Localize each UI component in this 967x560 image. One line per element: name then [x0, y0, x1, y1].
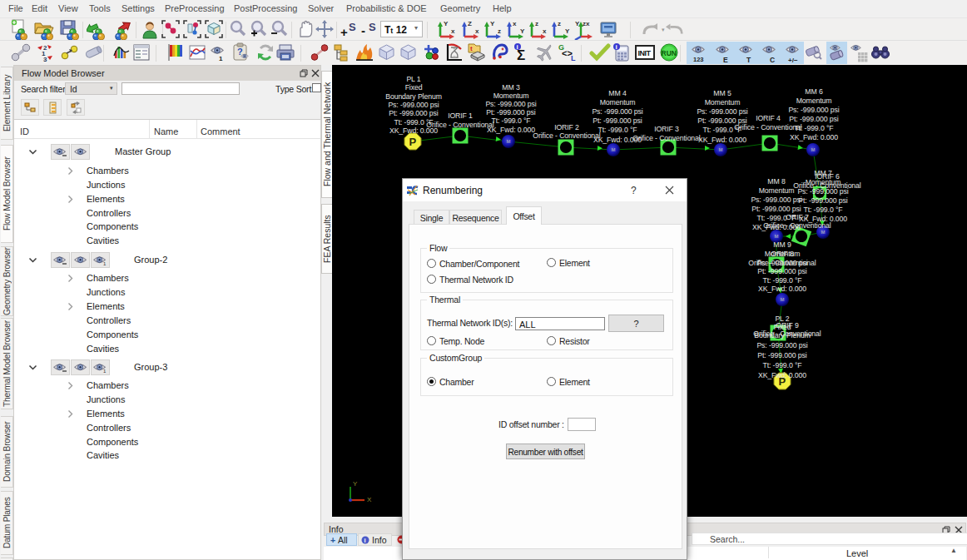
svg-text:Boundary Plenum: Boundary Plenum: [385, 92, 442, 101]
svg-text:Momentum: Momentum: [493, 92, 529, 100]
svg-text:x: x: [513, 20, 517, 27]
svg-text:INIT: INIT: [638, 49, 652, 57]
svg-text:1: 1: [103, 261, 107, 266]
svg-text:x: x: [451, 27, 455, 35]
svg-text:XK_Fwd: 0.000: XK_Fwd: 0.000: [758, 285, 806, 293]
svg-text:1: 1: [219, 55, 223, 62]
svg-text:1: 1: [103, 369, 107, 374]
svg-text:Pt: -999.000 psi: Pt: -999.000 psi: [389, 109, 438, 117]
svg-text:Ps: -999.000 psi: Ps: -999.000 psi: [751, 196, 801, 204]
svg-text:T: T: [746, 56, 751, 63]
svg-text:Pt: -999.000 psi: Pt: -999.000 psi: [757, 267, 806, 275]
svg-text:PL 1: PL 1: [406, 75, 420, 83]
svg-text:XK_Fwd: 0.000: XK_Fwd: 0.000: [698, 136, 746, 144]
svg-text:z: z: [535, 20, 538, 27]
svg-text:i: i: [616, 43, 617, 51]
svg-text:Z: Z: [468, 20, 472, 27]
svg-text:Ps: -999.000 psi: Ps: -999.000 psi: [485, 100, 536, 108]
svg-text:IORIF 1: IORIF 1: [448, 112, 473, 120]
svg-text:Ps: -999.000 psi: Ps: -999.000 psi: [797, 187, 848, 196]
svg-text:Momentum: Momentum: [796, 97, 832, 105]
svg-text:IORIF 3: IORIF 3: [654, 125, 679, 133]
svg-text:MM 4: MM 4: [608, 89, 627, 97]
svg-text:123: 123: [693, 56, 704, 63]
svg-text:Orifice - Conventional: Orifice - Conventional: [632, 134, 701, 142]
svg-text:Y: Y: [490, 20, 495, 27]
svg-text:Momentum: Momentum: [600, 98, 636, 107]
svg-text:Tt: -999.0 °F: Tt: -999.0 °F: [762, 361, 801, 369]
svg-text:C: C: [770, 56, 775, 63]
svg-text:Orifice - Conventional: Orifice - Conventional: [426, 121, 494, 129]
svg-text:MM 6: MM 6: [805, 87, 823, 96]
svg-text:t: t: [470, 45, 473, 52]
svg-text:MM 8: MM 8: [767, 177, 786, 186]
svg-text:Tt: -999.0 °F: Tt: -999.0 °F: [762, 276, 801, 285]
svg-text:Ps: -999.000 psi: Ps: -999.000 psi: [756, 341, 807, 349]
svg-text:+/−: +/−: [788, 57, 798, 63]
svg-text:E: E: [723, 56, 728, 63]
svg-text:Y: Y: [353, 480, 358, 488]
svg-text:Ps: -999.000 psi: Ps: -999.000 psi: [788, 106, 839, 114]
svg-text:Pt: -999.000 psi: Pt: -999.000 psi: [757, 351, 806, 359]
svg-text:MM 7: MM 7: [814, 169, 832, 177]
svg-text:MM 3: MM 3: [502, 83, 520, 92]
svg-text:Y: Y: [565, 27, 570, 35]
svg-text:Y: Y: [444, 20, 449, 27]
svg-text:Pt: -999.000 psi: Pt: -999.000 psi: [486, 108, 535, 116]
svg-text:Tt: -999.0 °F: Tt: -999.0 °F: [491, 116, 530, 125]
svg-text:zx: zx: [583, 20, 590, 27]
svg-text:Pt: -999.000 psi: Pt: -999.000 psi: [798, 196, 847, 205]
svg-text:Pt: -999.000 psi: Pt: -999.000 psi: [751, 205, 801, 213]
svg-text:X: X: [367, 496, 372, 503]
svg-text:z: z: [498, 27, 501, 35]
svg-text:Tt: -999.0 °F: Tt: -999.0 °F: [598, 126, 637, 134]
svg-text:Momentum: Momentum: [705, 98, 741, 107]
svg-text:x: x: [543, 27, 547, 35]
svg-text:x: x: [475, 27, 479, 35]
svg-text:Orifice - Conventional: Orifice - Conventional: [748, 259, 816, 267]
svg-text:Y: Y: [575, 20, 580, 27]
svg-text:Pt: -999.000 psi: Pt: -999.000 psi: [593, 116, 642, 125]
svg-text:IORIF 4: IORIF 4: [756, 114, 781, 122]
svg-text:Orifice - Conventional: Orifice - Conventional: [734, 123, 802, 131]
svg-text:Y: Y: [520, 27, 525, 35]
svg-text:Momentum: Momentum: [806, 178, 841, 186]
svg-text:RUN: RUN: [662, 49, 677, 57]
svg-text:Pt: -999.000 psi: Pt: -999.000 psi: [789, 115, 838, 123]
svg-text:XK_Fwd: 0.000: XK_Fwd: 0.000: [790, 133, 838, 141]
svg-text:Tt: -999.0 °F: Tt: -999.0 °F: [803, 206, 842, 214]
svg-text:Ps: -999.000 psi: Ps: -999.000 psi: [388, 101, 439, 109]
svg-text:i: i: [364, 537, 365, 544]
svg-text:MM 9: MM 9: [773, 240, 791, 249]
svg-text:XK_Fwd: 0.000: XK_Fwd: 0.000: [758, 371, 806, 379]
svg-text:IORIF 2: IORIF 2: [554, 123, 579, 131]
svg-text:ORIF 7: ORIF 7: [786, 213, 809, 221]
svg-text:Ps: -999.000 psi: Ps: -999.000 psi: [592, 107, 642, 116]
svg-text:Momentum: Momentum: [759, 186, 795, 195]
svg-text:XK_Fwd: 0.000: XK_Fwd: 0.000: [487, 126, 535, 134]
svg-text:Σ: Σ: [517, 47, 525, 62]
svg-text:MM 5: MM 5: [713, 89, 731, 97]
svg-text:Orifice - Conventional: Orifice - Conventional: [753, 330, 821, 338]
svg-text:Ps: -999.000 psi: Ps: -999.000 psi: [697, 107, 747, 116]
svg-text:Orifice - Conventional: Orifice - Conventional: [763, 221, 831, 230]
svg-text:ORIF 9: ORIF 9: [776, 321, 799, 330]
svg-text:z: z: [558, 20, 561, 27]
svg-text:3: 3: [43, 56, 47, 62]
svg-text:Orifice - Conventional: Orifice - Conventional: [533, 131, 601, 140]
svg-text:ORIF 8: ORIF 8: [771, 250, 794, 258]
svg-text:L: L: [571, 54, 576, 62]
svg-text:Fixed: Fixed: [405, 83, 423, 92]
